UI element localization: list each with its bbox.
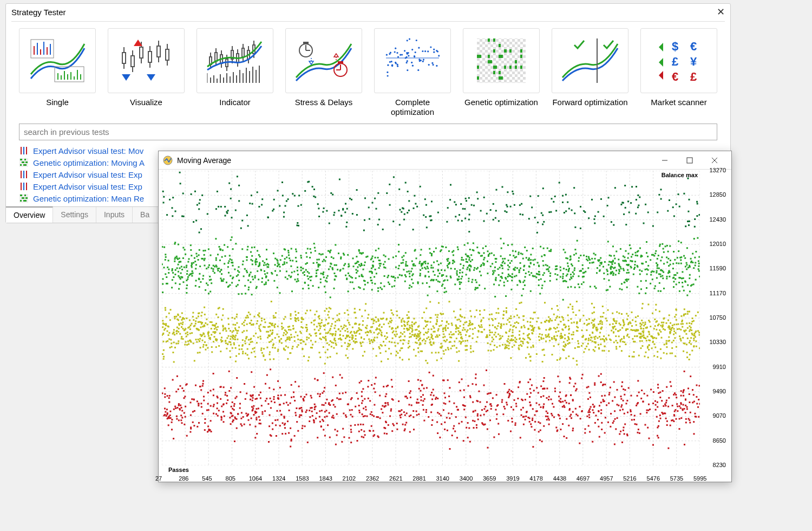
- svg-rect-1880: [227, 318, 229, 319]
- svg-rect-778: [209, 291, 211, 293]
- svg-rect-400: [369, 218, 370, 220]
- chart-titlebar[interactable]: Moving Average: [159, 151, 731, 170]
- svg-rect-4044: [368, 398, 369, 399]
- svg-rect-3904: [692, 389, 693, 391]
- svg-rect-3184: [519, 338, 521, 339]
- svg-rect-2308: [347, 357, 349, 359]
- svg-rect-2096: [340, 326, 342, 327]
- svg-rect-3774: [371, 411, 372, 413]
- svg-rect-1501: [259, 262, 260, 264]
- minimize-button[interactable]: [652, 152, 677, 169]
- svg-rect-4010: [588, 417, 590, 418]
- svg-rect-4592: [375, 377, 377, 378]
- svg-rect-4363: [676, 418, 677, 420]
- svg-rect-915: [570, 276, 572, 278]
- card-forward-opt[interactable]: Forward optimization: [552, 28, 628, 119]
- svg-rect-2406: [593, 307, 595, 308]
- svg-rect-2750: [201, 312, 203, 313]
- svg-rect-2371: [538, 328, 540, 329]
- svg-rect-4675: [657, 406, 658, 408]
- svg-rect-3807: [234, 397, 236, 399]
- svg-rect-4102: [430, 394, 431, 396]
- svg-rect-913: [228, 272, 230, 274]
- svg-rect-3004: [318, 329, 319, 331]
- svg-rect-1716: [667, 258, 669, 260]
- svg-rect-1411: [530, 259, 532, 261]
- svg-rect-1251: [593, 252, 595, 254]
- card-genetic-opt[interactable]: Genetic optimization: [463, 28, 540, 119]
- svg-rect-1558: [381, 288, 383, 290]
- svg-rect-2555: [627, 315, 629, 317]
- svg-rect-1138: [251, 247, 253, 248]
- svg-rect-2035: [435, 352, 437, 353]
- svg-rect-4405: [698, 399, 699, 400]
- svg-rect-2410: [586, 346, 587, 347]
- svg-rect-2198: [241, 323, 243, 325]
- card-stress[interactable]: Stress & Delays: [285, 28, 362, 119]
- svg-rect-987: [310, 280, 311, 281]
- close-icon[interactable]: ✕: [717, 7, 725, 17]
- close-button[interactable]: [702, 152, 727, 169]
- svg-rect-2434: [554, 319, 556, 321]
- svg-rect-1791: [230, 239, 232, 241]
- svg-rect-1517: [264, 284, 265, 286]
- svg-rect-1499: [610, 271, 612, 273]
- svg-rect-3248: [425, 360, 427, 361]
- svg-rect-1464: [695, 251, 697, 252]
- svg-rect-1219: [437, 281, 439, 282]
- svg-rect-2782: [417, 336, 419, 338]
- tab-inputs[interactable]: Inputs: [96, 207, 133, 223]
- svg-rect-4012: [664, 404, 666, 405]
- tab-settings[interactable]: Settings: [53, 207, 96, 223]
- svg-rect-2289: [680, 315, 682, 317]
- svg-rect-3772: [490, 405, 492, 407]
- svg-rect-2452: [685, 313, 686, 315]
- svg-rect-1390: [332, 269, 333, 270]
- svg-rect-2367: [563, 345, 565, 347]
- card-complete-opt[interactable]: Complete optimization: [374, 28, 451, 119]
- svg-rect-1530: [557, 274, 559, 276]
- svg-rect-4583: [696, 385, 698, 386]
- tab-overview[interactable]: Overview: [6, 206, 53, 223]
- svg-rect-1777: [405, 252, 407, 254]
- svg-rect-4282: [229, 417, 231, 418]
- svg-rect-2153: [464, 322, 466, 323]
- svg-rect-2805: [162, 322, 164, 324]
- svg-rect-3956: [655, 404, 657, 406]
- maximize-button[interactable]: [677, 152, 702, 169]
- svg-rect-4673: [207, 425, 209, 427]
- svg-rect-1027: [473, 269, 475, 271]
- svg-rect-241: [363, 230, 365, 231]
- svg-rect-3243: [450, 348, 452, 349]
- svg-rect-4426: [165, 411, 166, 413]
- svg-rect-1370: [568, 269, 569, 271]
- svg-rect-342: [621, 202, 623, 203]
- svg-rect-850: [256, 261, 258, 263]
- svg-rect-1487: [225, 255, 226, 257]
- svg-rect-3928: [388, 424, 389, 426]
- svg-rect-1142: [180, 261, 181, 263]
- card-indicator[interactable]: Indicator: [197, 28, 273, 119]
- search-input[interactable]: [19, 124, 717, 140]
- svg-rect-4693: [384, 432, 385, 434]
- svg-rect-3191: [220, 351, 221, 352]
- svg-rect-3611: [352, 337, 353, 339]
- svg-rect-2480: [594, 338, 595, 340]
- svg-rect-2649: [520, 340, 522, 342]
- tab-backtest[interactable]: Ba: [133, 207, 158, 223]
- svg-rect-2585: [674, 337, 676, 339]
- svg-rect-364: [623, 213, 625, 215]
- card-market-scanner[interactable]: $ € £ ¥ € £ Market scanner: [640, 28, 717, 119]
- svg-rect-3508: [207, 347, 208, 349]
- chart-area[interactable]: Balance max Passes 823086509070949099101…: [159, 170, 731, 483]
- svg-rect-911: [409, 276, 410, 277]
- svg-rect-972: [320, 279, 322, 280]
- svg-rect-263: [392, 221, 394, 222]
- svg-rect-2985: [253, 323, 254, 325]
- card-visualize[interactable]: Visualize: [108, 28, 185, 119]
- card-single[interactable]: Single: [19, 28, 96, 119]
- svg-rect-985: [523, 280, 525, 281]
- svg-rect-2292: [311, 347, 313, 348]
- svg-rect-2387: [443, 350, 444, 352]
- svg-rect-610: [474, 267, 475, 269]
